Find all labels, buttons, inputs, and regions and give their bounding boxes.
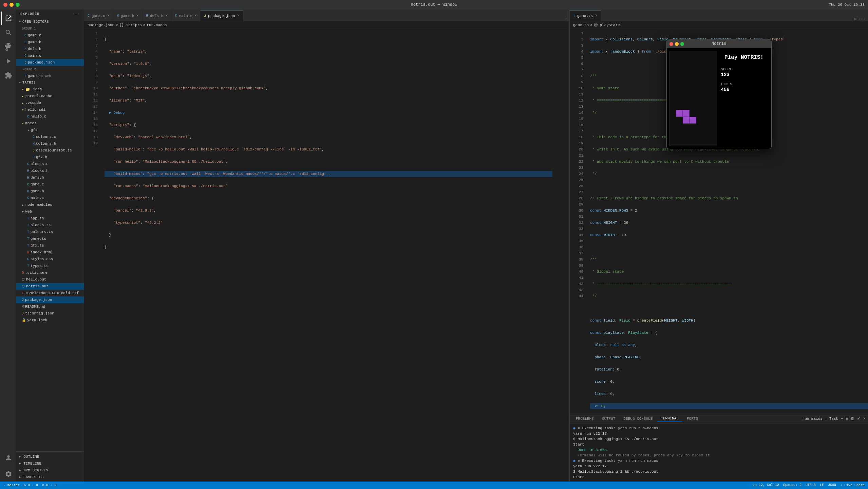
activity-extensions[interactable]: [1, 69, 15, 82]
si-game-c[interactable]: Cgame.c: [16, 181, 84, 188]
si-gitignore[interactable]: G.gitignore: [16, 269, 84, 276]
tab-game-ts[interactable]: T game.ts ×: [570, 11, 601, 21]
si-idea[interactable]: ▾📁.idea: [16, 86, 84, 93]
close-terminal-icon[interactable]: ×: [863, 417, 865, 421]
editor-area: C game.c × H game.h × H defs.h × C main.…: [84, 10, 569, 482]
tab-problems[interactable]: PROBLEMS: [572, 416, 597, 421]
si-hello-c[interactable]: Chello.c: [16, 113, 84, 120]
si-notris-out[interactable]: ⬡notris.out: [16, 283, 84, 290]
git-branch[interactable]: ⑂ master: [3, 484, 20, 487]
sidebar-open-game-c[interactable]: Cgame.c: [16, 32, 84, 39]
more-actions-icon[interactable]: ···: [858, 17, 865, 21]
maximize-terminal-icon[interactable]: ⤢: [857, 416, 860, 421]
si-macos[interactable]: ▾macos: [16, 120, 84, 127]
activity-explorer[interactable]: [1, 12, 15, 25]
game-play-text: Play NOTRIS!: [721, 54, 767, 60]
split-editor-icon[interactable]: ⊡: [854, 17, 857, 21]
si-main-c[interactable]: Cmain.c: [16, 195, 84, 201]
si-readme[interactable]: MREADME.md: [16, 303, 84, 310]
close-button[interactable]: [3, 3, 7, 7]
breadcrumb-run-macos[interactable]: run-macos: [147, 23, 167, 27]
kill-terminal-icon[interactable]: 🗑: [851, 416, 854, 421]
right-editor-tabs: T game.ts × ⊡ ···: [570, 10, 868, 21]
right-breadcrumb-play-state[interactable]: ⓜ playState: [594, 22, 620, 28]
sidebar-header: Explorer ···: [16, 10, 84, 19]
si-colours-c[interactable]: Ccolours.c: [16, 133, 84, 140]
game-close-button[interactable]: [669, 42, 673, 46]
si-font[interactable]: FIBMPlexMono-SemiBold.ttf: [16, 290, 84, 296]
tab-main-c[interactable]: C main.c ×: [171, 11, 201, 21]
activity-source-control[interactable]: [1, 40, 15, 54]
split-terminal-icon[interactable]: ⊟: [846, 416, 848, 421]
game-minimize-button[interactable]: [675, 42, 679, 46]
game-maximize-button[interactable]: [680, 42, 684, 46]
si-gfx[interactable]: ▾gfx: [16, 127, 84, 133]
si-gfx-ts[interactable]: Tgfx.ts: [16, 242, 84, 249]
lines-value: 456: [721, 87, 767, 92]
si-vscode[interactable]: ▸.vscode: [16, 99, 84, 106]
code-content[interactable]: { "name": "tatris", "version": "1.0.0", …: [101, 29, 552, 482]
timeline-section[interactable]: ▸ TIMELINE: [19, 460, 81, 467]
language-mode[interactable]: JSON: [828, 483, 836, 487]
si-yarn-lock[interactable]: 🔒yarn.lock: [16, 317, 84, 324]
sidebar-open-game-h[interactable]: Hgame.h: [16, 39, 84, 46]
sidebar-open-package-json[interactable]: Jpackage.json: [16, 59, 84, 66]
open-editors-section[interactable]: ▾ OPEN EDITORS: [16, 19, 84, 25]
si-colours-h[interactable]: Hcolours.h: [16, 140, 84, 147]
activity-run[interactable]: [1, 54, 15, 68]
live-share[interactable]: ⚡ Live Share: [840, 483, 865, 487]
si-blocks-h[interactable]: Hblocks.h: [16, 167, 84, 174]
si-game-ts[interactable]: Tgame.ts: [16, 235, 84, 242]
add-terminal-icon[interactable]: +: [841, 417, 843, 421]
errors-count[interactable]: ⊘ 0 ⚠ 0: [42, 483, 56, 487]
si-parcel-cache[interactable]: ▸parcel-cache: [16, 93, 84, 99]
si-gfx-h[interactable]: Hgfx.h: [16, 154, 84, 161]
maximize-button[interactable]: [16, 3, 20, 7]
tab-game-c[interactable]: C game.c ×: [84, 11, 113, 21]
si-web[interactable]: ▾web: [16, 208, 84, 215]
right-breadcrumb-file[interactable]: game.ts: [573, 23, 589, 27]
tab-defs-h[interactable]: H defs.h ×: [143, 11, 172, 21]
tatris-section[interactable]: ▾ TATRIS: [16, 79, 84, 86]
tab-terminal[interactable]: TERMINAL: [657, 416, 682, 421]
si-hello-out[interactable]: ⬡hello.out: [16, 276, 84, 283]
sidebar: Explorer ··· ▾ OPEN EDITORS GROUP 1 Cgam…: [16, 10, 84, 482]
sidebar-open-main-c[interactable]: Cmain.c: [16, 52, 84, 59]
tab-ports[interactable]: PORTS: [683, 416, 701, 421]
si-defs-h[interactable]: Hdefs.h: [16, 174, 84, 181]
score-label: SCORE: [721, 67, 767, 71]
breadcrumb-scripts[interactable]: {} scripts: [119, 23, 142, 27]
si-colours-ts[interactable]: Tcolours.ts: [16, 229, 84, 235]
si-hello-sdl[interactable]: ▾hello-sdl: [16, 106, 84, 113]
si-blocks-ts[interactable]: Tblocks.ts: [16, 222, 84, 229]
tab-debug-console[interactable]: DEBUG CONSOLE: [620, 416, 656, 421]
terminal-content[interactable]: ◉ ■ Executing task: yarn run run-macos y…: [570, 423, 868, 482]
favorites-section[interactable]: ▸ FAVORITES: [19, 473, 81, 480]
window-controls[interactable]: [3, 3, 20, 7]
si-app-ts[interactable]: Tapp.ts: [16, 215, 84, 222]
line-numbers: 12345 678910 1112131415 16171819: [84, 29, 101, 482]
si-package-json[interactable]: Jpackage.json: [16, 296, 84, 303]
si-types-ts[interactable]: Ttypes.ts: [16, 262, 84, 269]
tab-output[interactable]: OUTPUT: [599, 416, 619, 421]
sidebar-open-game-ts[interactable]: Tgame.ts web: [16, 73, 84, 79]
activity-accounts[interactable]: [1, 451, 15, 465]
si-game-h[interactable]: Hgame.h: [16, 188, 84, 195]
breadcrumb-file[interactable]: package.json: [88, 23, 114, 27]
tab-package-json[interactable]: J package.json ×: [201, 11, 243, 21]
activity-search[interactable]: [1, 26, 15, 39]
si-index-html[interactable]: Hindex.html: [16, 249, 84, 256]
editor-breadcrumb: package.json > {} scripts > run-macos: [84, 21, 569, 29]
sync-icon[interactable]: ↻ 0 ↓ 0: [24, 483, 38, 487]
si-tsconfig[interactable]: Jtsconfig.json: [16, 310, 84, 317]
si-node-modules[interactable]: ▸node_modules: [16, 201, 84, 208]
si-blocks-c[interactable]: Cblocks.c: [16, 161, 84, 167]
activity-settings[interactable]: [1, 467, 15, 481]
sidebar-open-defs-h[interactable]: Hdefs.h: [16, 46, 84, 52]
npm-scripts-section[interactable]: ▸ NPM SCRIPTS: [19, 467, 81, 473]
minimize-button[interactable]: [10, 3, 14, 7]
outline-section[interactable]: ▸ OUTLINE: [19, 453, 81, 460]
si-css-colours[interactable]: JcssColoursToC.js: [16, 147, 84, 154]
tab-game-h[interactable]: H game.h ×: [113, 11, 143, 21]
si-styles-css[interactable]: Cstyles.css: [16, 256, 84, 262]
